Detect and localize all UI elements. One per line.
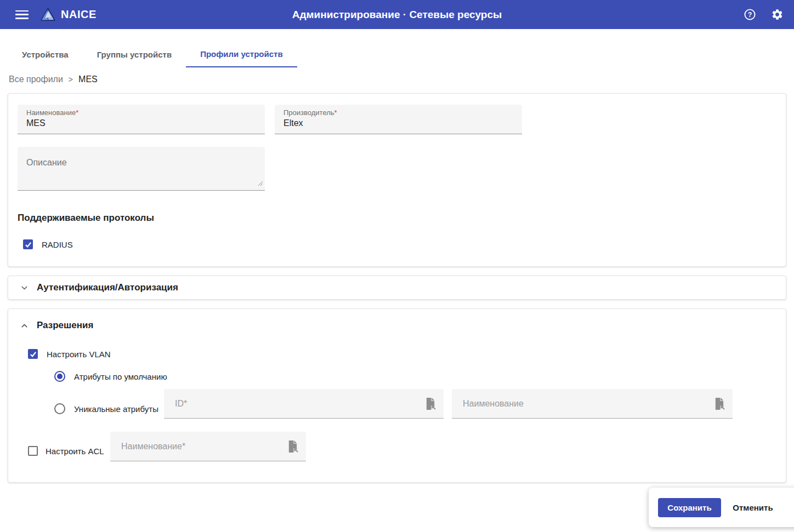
naice-logo-icon [41, 8, 55, 21]
vlan-checkbox[interactable] [28, 349, 38, 359]
description-field [18, 147, 265, 191]
default-attrs-label: Атрибуты по умолчанию [74, 372, 167, 381]
vlan-name-field [452, 389, 733, 419]
pick-from-document-icon[interactable] [424, 397, 436, 410]
pick-from-document-icon[interactable] [713, 397, 725, 410]
name-input[interactable] [26, 117, 256, 128]
protocols-heading: Поддерживаемые протоколы [18, 213, 154, 224]
help-icon[interactable]: ? [742, 8, 757, 22]
default-attrs-row: Атрибуты по умолчанию [54, 371, 167, 382]
breadcrumb-current-profile: MES [78, 75, 98, 84]
profile-form-card: Наименование* Производитель* Поддерживае… [8, 93, 786, 267]
radius-row: RADIUS [23, 239, 73, 249]
acl-name-input[interactable] [121, 442, 287, 451]
auth-section-card[interactable]: Аутентификация/Авторизация [8, 276, 786, 300]
pick-from-document-icon[interactable] [287, 440, 298, 453]
menu-icon[interactable] [15, 10, 29, 19]
page-title: Администрирование · Сетевые ресурсы [0, 9, 794, 21]
app-bar: NAICE Администрирование · Сетевые ресурс… [0, 0, 794, 29]
resize-handle-icon[interactable] [258, 179, 263, 188]
radius-label: RADIUS [42, 240, 73, 249]
breadcrumb-separator: > [69, 75, 73, 84]
permissions-header[interactable]: Разрешения [20, 320, 93, 331]
permissions-section-card: Разрешения Настроить VLAN Атрибуты по ум… [8, 308, 786, 483]
app-name: NAICE [61, 8, 97, 21]
vlan-id-field [164, 389, 444, 419]
vlan-id-input[interactable] [175, 399, 424, 409]
name-field-label: Наименование* [26, 108, 256, 117]
breadcrumb-all-profiles[interactable]: Все профили [9, 75, 63, 84]
tab-device-profiles[interactable]: Профили устройств [186, 41, 297, 67]
auth-section-title: Аутентификация/Авторизация [37, 282, 178, 293]
chevron-down-icon[interactable] [20, 283, 29, 293]
save-button[interactable]: Сохранить [658, 498, 721, 517]
acl-label: Настроить ACL [46, 447, 104, 456]
breadcrumb: Все профили > MES [9, 75, 98, 84]
vendor-input[interactable] [283, 117, 513, 128]
unique-attrs-radio[interactable] [54, 403, 65, 414]
cancel-button[interactable]: Отменить [725, 498, 780, 517]
tab-devices[interactable]: Устройства [8, 41, 83, 67]
gear-icon[interactable] [770, 8, 784, 22]
acl-row: Настроить ACL [28, 446, 104, 456]
svg-text:?: ? [747, 11, 752, 19]
unique-attrs-row: Уникальные атрибуты [54, 403, 158, 414]
chevron-up-icon[interactable] [20, 321, 29, 330]
radius-checkbox[interactable] [23, 239, 33, 249]
acl-name-field [110, 432, 306, 461]
footer-actions-card: Сохранить Отменить [649, 488, 794, 527]
vendor-field-label: Производитель* [283, 108, 513, 117]
tab-device-groups[interactable]: Группы устройств [83, 41, 186, 67]
vlan-label: Настроить VLAN [47, 350, 111, 359]
vlan-name-input[interactable] [463, 399, 713, 409]
vlan-row: Настроить VLAN [28, 349, 111, 359]
description-textarea[interactable] [18, 147, 265, 190]
tab-bar: Устройства Группы устройств Профили устр… [8, 41, 297, 67]
unique-attrs-label: Уникальные атрибуты [74, 404, 158, 414]
vendor-field: Производитель* [275, 105, 522, 134]
acl-checkbox[interactable] [28, 446, 38, 456]
permissions-section-title: Разрешения [37, 320, 93, 331]
name-field: Наименование* [18, 105, 265, 134]
default-attrs-radio[interactable] [54, 371, 65, 382]
